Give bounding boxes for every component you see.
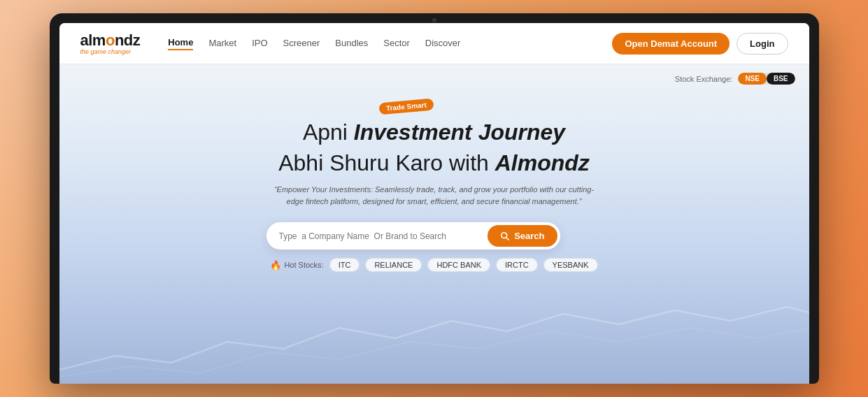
- stock-chip-itc[interactable]: ITC: [329, 258, 360, 272]
- nav-link-sector[interactable]: Sector: [383, 38, 410, 50]
- logo: almondz the game changer: [80, 31, 141, 55]
- hero-line2-bold: Almondz: [495, 150, 590, 175]
- hero-title-line1: Apni Investment Journey: [266, 118, 602, 146]
- hot-stocks-label: 🔥 Hot Stocks:: [270, 260, 323, 270]
- open-demat-button[interactable]: Open Demat Account: [612, 33, 730, 55]
- bse-button[interactable]: BSE: [767, 73, 795, 85]
- hero-line1-bold: Investment Journey: [354, 120, 565, 145]
- stock-chip-yesbank[interactable]: YESBANK: [543, 258, 598, 272]
- fire-icon: 🔥: [270, 260, 281, 270]
- main-content: Stock Exchange: NSE BSE Trade Smart Apni…: [59, 64, 809, 384]
- logo-after-o: ndz: [115, 31, 140, 49]
- laptop-frame: almondz the game changer Home Market IPO…: [50, 13, 819, 384]
- nav-links: Home Market IPO Screener Bundles Sector …: [168, 37, 591, 50]
- login-button[interactable]: Login: [737, 33, 788, 55]
- svg-line-1: [506, 237, 509, 240]
- background-chart: [59, 300, 809, 384]
- logo-tagline: the game changer: [80, 48, 141, 55]
- hot-stocks-bar: 🔥 Hot Stocks: ITC RELIANCE HDFC BANK IRC…: [266, 258, 602, 272]
- hero-line1-normal: Apni: [303, 120, 354, 145]
- hero-title-line2: Abhi Shuru Karo with Almondz: [266, 149, 602, 177]
- nse-button[interactable]: NSE: [738, 73, 767, 85]
- laptop-screen: almondz the game changer Home Market IPO…: [59, 23, 809, 384]
- laptop-camera: [432, 18, 436, 22]
- exchange-toggle: NSE BSE: [738, 73, 795, 85]
- search-button-label: Search: [514, 231, 544, 241]
- nav-link-screener[interactable]: Screener: [283, 38, 320, 50]
- navbar: almondz the game changer Home Market IPO…: [59, 23, 809, 64]
- stock-chip-hdfc[interactable]: HDFC BANK: [427, 258, 490, 272]
- logo-o: o: [106, 31, 115, 49]
- stock-exchange-bar: Stock Exchange: NSE BSE: [675, 73, 795, 85]
- nav-actions: Open Demat Account Login: [612, 33, 788, 55]
- hero-line2-normal: Abhi Shuru Karo with: [278, 150, 495, 175]
- search-icon: [500, 231, 510, 241]
- logo-text: almondz: [80, 31, 141, 50]
- nav-link-home[interactable]: Home: [168, 37, 193, 50]
- hero-subtitle: “Empower Your Investments: Seamlessly tr…: [266, 184, 602, 207]
- stock-exchange-label: Stock Exchange:: [675, 75, 733, 83]
- nav-link-market[interactable]: Market: [208, 38, 236, 50]
- nav-link-bundles[interactable]: Bundles: [335, 38, 368, 50]
- hero-section: Trade Smart Apni Investment Journey Abhi…: [266, 99, 602, 272]
- logo-before-o: alm: [80, 31, 106, 49]
- search-container: Search: [266, 222, 560, 250]
- search-input[interactable]: [279, 231, 488, 241]
- stock-chip-reliance[interactable]: RELIANCE: [365, 258, 422, 272]
- search-button[interactable]: Search: [488, 225, 557, 247]
- nav-link-discover[interactable]: Discover: [425, 38, 461, 50]
- trade-smart-badge: Trade Smart: [378, 99, 434, 115]
- nav-link-ipo[interactable]: IPO: [252, 38, 267, 50]
- hot-stocks-text: Hot Stocks:: [284, 261, 323, 269]
- stock-chip-irctc[interactable]: IRCTC: [496, 258, 538, 272]
